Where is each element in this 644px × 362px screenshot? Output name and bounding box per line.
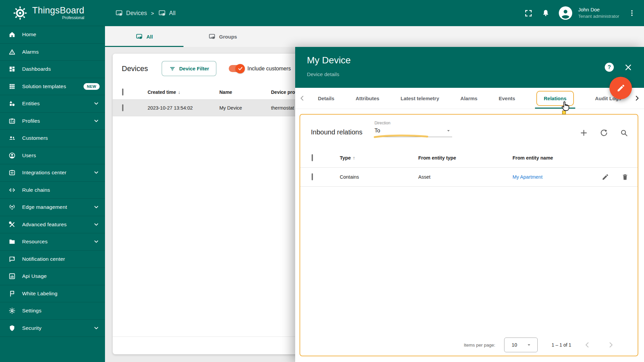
- tab-alarms[interactable]: Alarms: [459, 88, 480, 109]
- help-button[interactable]: ?: [605, 63, 614, 72]
- sidebar-item-label: Advanced features: [22, 222, 67, 228]
- tab-label: Details: [318, 96, 334, 101]
- refresh-button[interactable]: [600, 129, 608, 137]
- column-label: Name: [219, 89, 232, 95]
- tabs-scroll-right-button[interactable]: [632, 95, 642, 102]
- sidebar-item-entities[interactable]: Entities: [0, 95, 105, 113]
- sidebar-item-rule-chains[interactable]: Rule chains: [0, 182, 105, 199]
- sidebar-item-home[interactable]: Home: [0, 26, 105, 44]
- tab-label: Relations: [544, 96, 567, 101]
- edit-pencil-icon: [601, 173, 609, 181]
- app-logo[interactable]: ThingsBoard Professional: [0, 0, 105, 26]
- panel-tabbar: Details Attributes Latest telemetry Alar…: [295, 88, 644, 109]
- sidebar-item-label: Entities: [22, 101, 40, 107]
- notifications-button[interactable]: [541, 9, 550, 17]
- tabs-scroll-left-button[interactable]: [297, 95, 307, 102]
- column-from-entity-type[interactable]: From entity type: [418, 155, 513, 161]
- panel-tabs-row: Details Attributes Latest telemetry Alar…: [307, 88, 632, 109]
- edit-relation-button[interactable]: [601, 173, 609, 181]
- tab-latest-telemetry[interactable]: Latest telemetry: [398, 88, 441, 109]
- sort-desc-icon: ↓: [178, 89, 180, 95]
- direction-select[interactable]: Direction To: [374, 121, 452, 137]
- devices-title: Devices: [122, 64, 148, 73]
- sidebar-item-label: Customers: [22, 135, 48, 141]
- tab-attributes[interactable]: Attributes: [354, 88, 381, 109]
- sidebar-item-api-usage[interactable]: Api Usage: [0, 268, 105, 285]
- row-checkbox[interactable]: [312, 173, 313, 180]
- tab-all[interactable]: All: [105, 26, 183, 47]
- row-checkbox[interactable]: [122, 104, 123, 111]
- from-entity-name-link[interactable]: My Apartment: [513, 174, 542, 180]
- tab-label: Latest telemetry: [400, 96, 439, 101]
- home-icon: [8, 31, 16, 38]
- breadcrumb-separator: >: [151, 10, 154, 16]
- column-from-entity-name[interactable]: From entity name: [513, 155, 597, 161]
- column-name[interactable]: Name: [219, 89, 271, 95]
- chevron-left-icon: [583, 341, 591, 349]
- sidebar-item-notification-center[interactable]: Notification center: [0, 251, 105, 268]
- select-all-checkbox[interactable]: [122, 88, 123, 96]
- tab-relations[interactable]: Relations: [534, 88, 576, 109]
- thingsboard-logo-icon: [13, 6, 28, 20]
- tutorial-highlight-box: Relations: [536, 91, 574, 106]
- close-panel-button[interactable]: [624, 63, 633, 72]
- items-per-page-select[interactable]: 10: [504, 338, 538, 352]
- chevron-down-icon: [93, 238, 100, 245]
- sidebar-item-dashboards[interactable]: Dashboards: [0, 61, 105, 78]
- next-page-button[interactable]: [603, 341, 618, 349]
- relations-header: Inbound relations Direction To: [300, 115, 638, 148]
- devices-icon: [158, 9, 166, 17]
- solution-templates-icon: [8, 83, 16, 90]
- delete-relation-button[interactable]: [621, 173, 629, 181]
- fullscreen-button[interactable]: [524, 9, 533, 17]
- chevron-down-icon: [93, 221, 100, 228]
- edit-device-fab[interactable]: [609, 77, 632, 99]
- include-customers-label: Include customers: [247, 66, 291, 72]
- sidebar-item-white-labeling[interactable]: White Labeling: [0, 285, 105, 303]
- include-customers-toggle[interactable]: Include customers: [229, 65, 291, 72]
- edit-pencil-icon: [616, 83, 626, 93]
- sidebar-item-edge-management[interactable]: Edge management: [0, 199, 105, 216]
- sidebar-item-settings[interactable]: Settings: [0, 302, 105, 320]
- cell-type: Contains: [340, 174, 418, 180]
- add-relation-button[interactable]: [580, 129, 588, 137]
- sidebar-item-security[interactable]: Security: [0, 320, 105, 337]
- app-edition: Professional: [32, 15, 84, 20]
- dashboards-icon: [8, 65, 16, 73]
- more-menu-button[interactable]: [628, 9, 636, 17]
- sidebar-item-label: Settings: [22, 308, 42, 314]
- sidebar-item-customers[interactable]: Customers: [0, 130, 105, 147]
- sidebar-item-integrations-center[interactable]: Integrations center: [0, 164, 105, 182]
- breadcrumb-all[interactable]: All: [158, 9, 175, 17]
- tab-groups[interactable]: Groups: [183, 26, 262, 47]
- inbound-relations-card: Inbound relations Direction To: [300, 114, 638, 356]
- users-icon: [8, 152, 16, 159]
- search-button[interactable]: [620, 129, 628, 137]
- user-avatar[interactable]: [559, 6, 572, 20]
- breadcrumb-devices[interactable]: Devices: [115, 9, 147, 17]
- entities-icon: [8, 100, 16, 107]
- direction-value: To: [374, 128, 380, 134]
- device-filter-button[interactable]: Device Filter: [162, 61, 216, 76]
- app-name: ThingsBoard: [32, 6, 84, 15]
- previous-page-button[interactable]: [580, 341, 595, 349]
- sidebar-item-label: Notification center: [22, 256, 65, 262]
- tab-details[interactable]: Details: [316, 88, 336, 109]
- sidebar-item-users[interactable]: Users: [0, 147, 105, 165]
- edge-management-icon: [8, 203, 16, 211]
- sidebar-item-advanced-features[interactable]: Advanced features: [0, 216, 105, 234]
- new-badge: NEW: [84, 83, 100, 90]
- sidebar-item-solution-templates[interactable]: Solution templates NEW: [0, 78, 105, 96]
- sidebar-item-alarms[interactable]: Alarms: [0, 44, 105, 61]
- panel-title: My Device: [307, 55, 644, 66]
- relation-row[interactable]: Contains Asset My Apartment: [300, 168, 638, 187]
- tab-events[interactable]: Events: [497, 88, 517, 109]
- sidebar-item-resources[interactable]: Resources: [0, 233, 105, 251]
- column-type[interactable]: Type ↑: [340, 155, 418, 161]
- select-all-checkbox[interactable]: [312, 154, 313, 161]
- user-menu[interactable]: John Doe Tenant administrator: [578, 7, 619, 19]
- api-usage-icon: [8, 273, 16, 280]
- column-created-time[interactable]: Created time ↓: [148, 89, 219, 95]
- sidebar-item-profiles[interactable]: Profiles: [0, 113, 105, 130]
- caret-down-icon: [445, 128, 451, 134]
